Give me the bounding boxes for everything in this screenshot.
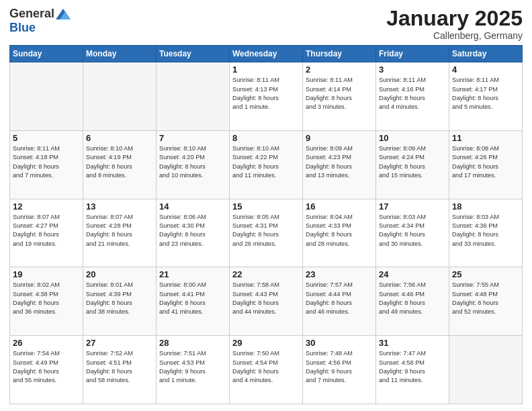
day-number: 12 bbox=[13, 201, 80, 212]
table-row: 14Sunrise: 8:06 AMSunset: 4:30 PMDayligh… bbox=[157, 199, 230, 267]
col-saturday: Saturday bbox=[449, 46, 523, 62]
day-info: Sunrise: 8:03 AMSunset: 4:34 PMDaylight:… bbox=[379, 213, 446, 248]
day-number: 11 bbox=[452, 133, 519, 143]
table-row: 9Sunrise: 8:09 AMSunset: 4:23 PMDaylight… bbox=[303, 130, 376, 199]
day-number: 19 bbox=[13, 269, 80, 279]
day-info: Sunrise: 8:09 AMSunset: 4:23 PMDaylight:… bbox=[306, 144, 373, 180]
day-info: Sunrise: 8:09 AMSunset: 4:24 PMDaylight:… bbox=[379, 144, 446, 180]
day-info: Sunrise: 8:10 AMSunset: 4:19 PMDaylight:… bbox=[86, 144, 153, 180]
day-number: 18 bbox=[452, 201, 519, 212]
day-number: 20 bbox=[86, 269, 153, 279]
day-number: 9 bbox=[306, 133, 373, 143]
table-row: 6Sunrise: 8:10 AMSunset: 4:19 PMDaylight… bbox=[83, 130, 157, 199]
day-info: Sunrise: 7:48 AMSunset: 4:56 PMDaylight:… bbox=[306, 349, 373, 385]
day-number: 8 bbox=[232, 133, 300, 143]
day-number: 30 bbox=[306, 338, 373, 348]
table-row: 11Sunrise: 8:08 AMSunset: 4:26 PMDayligh… bbox=[449, 130, 523, 199]
month-title: January 2025 bbox=[386, 7, 523, 30]
day-info: Sunrise: 8:00 AMSunset: 4:41 PMDaylight:… bbox=[159, 281, 226, 316]
logo-icon bbox=[56, 9, 71, 19]
day-number: 16 bbox=[306, 201, 373, 212]
day-info: Sunrise: 7:57 AMSunset: 4:44 PMDaylight:… bbox=[306, 281, 373, 316]
table-row: 25Sunrise: 7:55 AMSunset: 4:48 PMDayligh… bbox=[449, 267, 523, 336]
day-info: Sunrise: 8:03 AMSunset: 4:36 PMDaylight:… bbox=[452, 213, 519, 248]
day-info: Sunrise: 7:54 AMSunset: 4:49 PMDaylight:… bbox=[13, 349, 80, 385]
day-info: Sunrise: 8:11 AMSunset: 4:18 PMDaylight:… bbox=[13, 144, 80, 180]
title-block: January 2025 Callenberg, Germany bbox=[386, 7, 523, 41]
day-number: 6 bbox=[86, 133, 153, 143]
day-number: 17 bbox=[379, 201, 446, 212]
table-row: 26Sunrise: 7:54 AMSunset: 4:49 PMDayligh… bbox=[10, 336, 83, 404]
table-row: 20Sunrise: 8:01 AMSunset: 4:39 PMDayligh… bbox=[83, 267, 157, 336]
table-row: 27Sunrise: 7:52 AMSunset: 4:51 PMDayligh… bbox=[83, 336, 157, 404]
day-number: 4 bbox=[452, 64, 519, 75]
page: General Blue January 2025 Callenberg, Ge… bbox=[0, 0, 532, 411]
table-row: 18Sunrise: 8:03 AMSunset: 4:36 PMDayligh… bbox=[449, 199, 523, 267]
day-info: Sunrise: 8:06 AMSunset: 4:30 PMDaylight:… bbox=[159, 213, 226, 248]
logo-blue: Blue bbox=[9, 21, 36, 35]
day-info: Sunrise: 8:01 AMSunset: 4:39 PMDaylight:… bbox=[86, 281, 153, 316]
table-row: 2Sunrise: 8:11 AMSunset: 4:14 PMDaylight… bbox=[303, 62, 376, 131]
header: General Blue January 2025 Callenberg, Ge… bbox=[9, 7, 523, 41]
col-monday: Monday bbox=[83, 46, 157, 62]
col-thursday: Thursday bbox=[303, 46, 376, 62]
table-row: 17Sunrise: 8:03 AMSunset: 4:34 PMDayligh… bbox=[376, 199, 449, 267]
table-row: 8Sunrise: 8:10 AMSunset: 4:22 PMDaylight… bbox=[230, 130, 303, 199]
day-number: 2 bbox=[306, 64, 373, 75]
day-info: Sunrise: 7:47 AMSunset: 4:58 PMDaylight:… bbox=[379, 349, 446, 385]
day-number: 5 bbox=[13, 133, 80, 143]
day-number: 21 bbox=[159, 269, 226, 279]
day-number: 28 bbox=[159, 338, 226, 348]
day-number: 24 bbox=[379, 269, 446, 279]
day-info: Sunrise: 8:10 AMSunset: 4:20 PMDaylight:… bbox=[159, 144, 226, 180]
day-number: 15 bbox=[232, 201, 300, 212]
table-row: 3Sunrise: 8:11 AMSunset: 4:16 PMDaylight… bbox=[376, 62, 449, 131]
logo-general: General bbox=[9, 7, 54, 21]
day-info: Sunrise: 8:07 AMSunset: 4:28 PMDaylight:… bbox=[86, 213, 153, 248]
calendar-week-row: 12Sunrise: 8:07 AMSunset: 4:27 PMDayligh… bbox=[10, 199, 523, 267]
table-row bbox=[10, 62, 83, 131]
day-info: Sunrise: 8:10 AMSunset: 4:22 PMDaylight:… bbox=[232, 144, 300, 180]
calendar-week-row: 1Sunrise: 8:11 AMSunset: 4:13 PMDaylight… bbox=[10, 62, 523, 131]
day-number: 14 bbox=[159, 201, 226, 212]
day-info: Sunrise: 8:11 AMSunset: 4:17 PMDaylight:… bbox=[452, 76, 519, 111]
table-row: 31Sunrise: 7:47 AMSunset: 4:58 PMDayligh… bbox=[376, 336, 449, 404]
day-number: 25 bbox=[452, 269, 519, 279]
day-info: Sunrise: 7:58 AMSunset: 4:43 PMDaylight:… bbox=[232, 281, 300, 316]
day-info: Sunrise: 8:11 AMSunset: 4:14 PMDaylight:… bbox=[306, 76, 373, 111]
table-row bbox=[157, 62, 230, 131]
table-row: 23Sunrise: 7:57 AMSunset: 4:44 PMDayligh… bbox=[303, 267, 376, 336]
table-row bbox=[449, 336, 523, 404]
day-info: Sunrise: 8:08 AMSunset: 4:26 PMDaylight:… bbox=[452, 144, 519, 180]
day-info: Sunrise: 7:50 AMSunset: 4:54 PMDaylight:… bbox=[232, 349, 300, 385]
calendar-week-row: 26Sunrise: 7:54 AMSunset: 4:49 PMDayligh… bbox=[10, 336, 523, 404]
logo: General Blue bbox=[9, 7, 71, 35]
calendar-header-row: Sunday Monday Tuesday Wednesday Thursday… bbox=[10, 46, 523, 62]
col-tuesday: Tuesday bbox=[157, 46, 230, 62]
table-row: 7Sunrise: 8:10 AMSunset: 4:20 PMDaylight… bbox=[157, 130, 230, 199]
table-row: 30Sunrise: 7:48 AMSunset: 4:56 PMDayligh… bbox=[303, 336, 376, 404]
table-row: 12Sunrise: 8:07 AMSunset: 4:27 PMDayligh… bbox=[10, 199, 83, 267]
day-number: 26 bbox=[13, 338, 80, 348]
day-info: Sunrise: 8:02 AMSunset: 4:38 PMDaylight:… bbox=[13, 281, 80, 316]
day-number: 7 bbox=[159, 133, 226, 143]
day-info: Sunrise: 7:51 AMSunset: 4:53 PMDaylight:… bbox=[159, 349, 226, 385]
day-info: Sunrise: 7:52 AMSunset: 4:51 PMDaylight:… bbox=[86, 349, 153, 385]
col-friday: Friday bbox=[376, 46, 449, 62]
table-row: 19Sunrise: 8:02 AMSunset: 4:38 PMDayligh… bbox=[10, 267, 83, 336]
day-info: Sunrise: 7:55 AMSunset: 4:48 PMDaylight:… bbox=[452, 281, 519, 316]
table-row: 13Sunrise: 8:07 AMSunset: 4:28 PMDayligh… bbox=[83, 199, 157, 267]
table-row: 22Sunrise: 7:58 AMSunset: 4:43 PMDayligh… bbox=[230, 267, 303, 336]
calendar-week-row: 19Sunrise: 8:02 AMSunset: 4:38 PMDayligh… bbox=[10, 267, 523, 336]
location-subtitle: Callenberg, Germany bbox=[386, 30, 523, 41]
table-row: 10Sunrise: 8:09 AMSunset: 4:24 PMDayligh… bbox=[376, 130, 449, 199]
table-row bbox=[83, 62, 157, 131]
table-row: 29Sunrise: 7:50 AMSunset: 4:54 PMDayligh… bbox=[230, 336, 303, 404]
table-row: 4Sunrise: 8:11 AMSunset: 4:17 PMDaylight… bbox=[449, 62, 523, 131]
table-row: 16Sunrise: 8:04 AMSunset: 4:33 PMDayligh… bbox=[303, 199, 376, 267]
table-row: 5Sunrise: 8:11 AMSunset: 4:18 PMDaylight… bbox=[10, 130, 83, 199]
day-info: Sunrise: 8:05 AMSunset: 4:31 PMDaylight:… bbox=[232, 213, 300, 248]
col-wednesday: Wednesday bbox=[230, 46, 303, 62]
day-number: 29 bbox=[232, 338, 300, 348]
day-info: Sunrise: 8:04 AMSunset: 4:33 PMDaylight:… bbox=[306, 213, 373, 248]
